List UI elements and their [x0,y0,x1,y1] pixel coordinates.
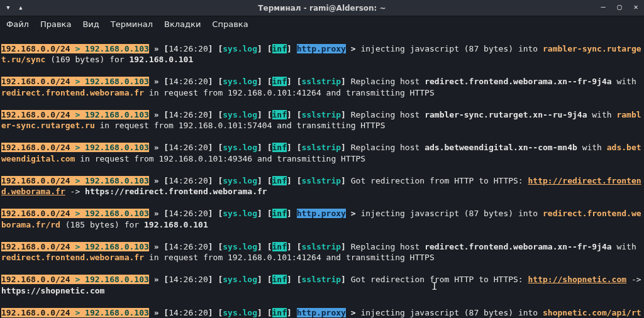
net-source: 192.168.0.0/24 [1,44,70,53]
menu-icon[interactable]: ▾ [4,3,13,11]
minimize-button[interactable]: – [599,3,608,11]
log-line: 192.168.0.0/24 > 192.168.0.103 » [14:26:… [1,307,643,319]
titlebar-right: – ▢ ✕ [599,3,640,11]
fullscreen-icon[interactable]: ▴ [16,3,25,11]
log-line: 192.168.0.0/24 > 192.168.0.103 » [14:26:… [1,76,643,98]
close-button[interactable]: ✕ [631,3,640,11]
maximize-button[interactable]: ▢ [615,3,624,11]
menu-edit[interactable]: Правка [40,19,71,29]
log-line: 192.168.0.0/24 > 192.168.0.103 » [14:26:… [1,208,643,230]
log-line: 192.168.0.0/24 > 192.168.0.103 » [14:26:… [1,175,643,197]
log-line: 192.168.0.0/24 > 192.168.0.103 » [14:26:… [1,241,643,263]
module-httpproxy: http.proxy [297,44,346,53]
menu-help[interactable]: Справка [212,19,248,29]
net-target: 192.168.0.103 [85,44,149,53]
client-ip: 192.168.0.101 [130,55,194,64]
replace-host-to: redirect.frontend.weborama.fr [1,88,144,97]
replace-host-from: redirect.frontend.weborama.xn--fr-9j4a [425,77,611,86]
menu-terminal[interactable]: Терминал [111,19,153,29]
titlebar: ▾ ▴ Терминал - rami@Alderson: ~ – ▢ ✕ [0,0,644,16]
log-line: 192.168.0.0/24 > 192.168.0.103 » [14:26:… [1,109,643,131]
menubar: Файл Правка Вид Терминал Вкладки Справка [0,16,644,32]
module-sslstrip: sslstrip [301,77,341,86]
titlebar-left: ▾ ▴ [4,3,25,11]
syslog-tag: sys.log [223,44,257,53]
log-line: 192.168.0.0/24 > 192.168.0.103 » [14:26:… [1,274,643,296]
menu-tabs[interactable]: Вкладки [164,19,201,29]
level-inf: inf [272,44,287,53]
log-line: 192.168.0.0/24 > 192.168.0.103 » [14:26:… [1,43,643,65]
log-line: 192.168.0.0/24 > 192.168.0.103 » [14:26:… [1,142,643,164]
menu-file[interactable]: Файл [6,19,29,29]
window-title: Терминал - rami@Alderson: ~ [258,4,386,13]
menu-view[interactable]: Вид [82,19,99,29]
terminal-output[interactable]: 192.168.0.0/24 > 192.168.0.103 » [14:26:… [0,32,644,318]
